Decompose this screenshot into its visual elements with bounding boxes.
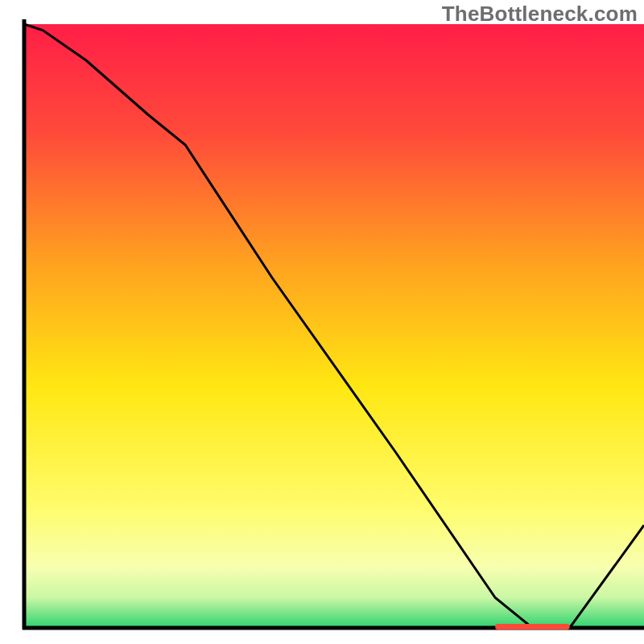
plot-area	[24, 24, 644, 628]
watermark-label: TheBottleneck.com	[442, 2, 638, 27]
optimal-marker	[495, 624, 569, 630]
chart-container: TheBottleneck.com	[0, 0, 644, 644]
bottleneck-chart	[0, 0, 644, 644]
